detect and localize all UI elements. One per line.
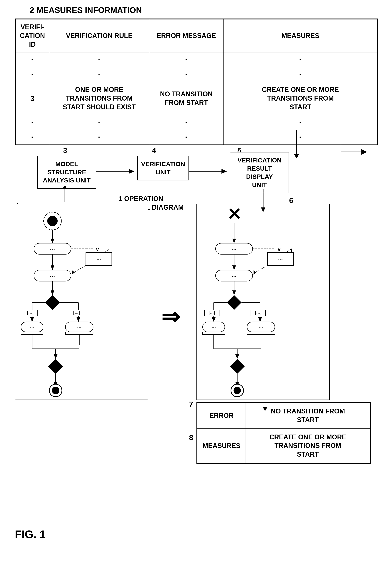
svg-rect-47: [21, 332, 43, 335]
unit3-num-label: 3: [63, 146, 67, 155]
svg-marker-85: [258, 317, 262, 322]
error-msg-3: NO TRANSITIONFROM START: [149, 82, 223, 115]
svg-marker-4: [129, 169, 134, 174]
svg-point-58: [52, 387, 59, 394]
error-message: NO TRANSITION FROMSTART: [246, 403, 370, 429]
table-row: ·: [16, 67, 49, 82]
col-header-verif-id: VERIFI-CATION ID: [16, 19, 49, 52]
table-row: ·: [223, 52, 377, 67]
svg-text:...: ...: [30, 324, 34, 329]
verification-unit: VERIFICATIONUNIT: [137, 156, 189, 180]
right-operation-diagram: ✕ ... v ... ...: [196, 204, 330, 400]
svg-text:...: ...: [77, 324, 81, 329]
unit4-num-label: 4: [152, 146, 156, 155]
table-row: ·: [223, 115, 377, 130]
svg-marker-99: [230, 359, 245, 374]
unit3-to-unit4-arrow: [96, 165, 137, 178]
svg-marker-35: [30, 317, 34, 322]
col-header-error-msg: ERROR MESSAGE: [149, 19, 223, 52]
svg-marker-80: [212, 317, 215, 322]
svg-marker-54: [48, 359, 63, 374]
svg-marker-61: [232, 239, 236, 243]
table-row: ·: [16, 52, 49, 67]
svg-text:...: ...: [96, 255, 101, 261]
svg-text:v: v: [278, 246, 281, 252]
svg-marker-70: [232, 265, 236, 270]
svg-marker-27: [72, 270, 75, 275]
svg-marker-98: [235, 354, 239, 359]
svg-text:...: ...: [212, 324, 216, 329]
svg-text:[...]: [...]: [73, 310, 80, 315]
svg-text:...: ...: [232, 245, 237, 252]
left-diagram-svg: ... v ... ...: [15, 204, 149, 401]
svg-text:[...]: [...]: [27, 310, 34, 315]
svg-rect-92: [202, 332, 225, 335]
table-row: ·: [223, 130, 377, 145]
measures-info-label: 2 MEASURES INFORMATION: [30, 6, 142, 15]
measures-3: CREATE ONE OR MORETRANSITIONS FROMSTART: [223, 82, 377, 115]
result-table-container: ERROR NO TRANSITION FROMSTART MEASURES C…: [196, 402, 371, 464]
svg-marker-32: [45, 295, 60, 310]
svg-marker-9: [294, 154, 299, 158]
table-row: ·: [49, 115, 149, 130]
table-row: ·: [49, 67, 149, 82]
svg-marker-2: [361, 149, 367, 155]
col-header-measures: MEASURES: [223, 19, 377, 52]
svg-marker-6: [222, 169, 227, 174]
svg-marker-72: [254, 270, 256, 275]
svg-rect-48: [65, 332, 93, 335]
table-row: ·: [49, 52, 149, 67]
svg-line-71: [254, 265, 267, 273]
table-row: ·: [223, 67, 377, 82]
table-row: ·: [49, 130, 149, 145]
svg-text:...: ...: [259, 324, 263, 329]
right-diagram-svg: ✕ ... v ... ...: [197, 204, 331, 401]
svg-line-26: [73, 265, 86, 273]
svg-text:...: ...: [278, 255, 283, 261]
svg-text:...: ...: [232, 272, 237, 278]
svg-marker-15: [51, 239, 54, 243]
svg-marker-76: [232, 291, 236, 295]
left-operation-diagram: ... v ... ...: [15, 204, 148, 400]
unit4-to-unit5-arrow: [189, 165, 230, 178]
svg-rect-93: [247, 332, 275, 335]
svg-point-13: [47, 216, 58, 226]
measures-table-container: VERIFI-CATION ID VERIFICATION RULE ERROR…: [15, 19, 378, 145]
right-diagram-label: 6: [289, 196, 293, 205]
svg-marker-40: [77, 317, 80, 322]
table-row: ·: [16, 115, 49, 130]
verif-rule-3: ONE OR MORETRANSITIONS FROMSTART SHOULD …: [49, 82, 149, 115]
measures-label: MEASURES: [197, 429, 246, 463]
svg-text:✕: ✕: [227, 205, 241, 223]
table-row: ·: [16, 130, 49, 145]
svg-text:[...]: [...]: [209, 310, 215, 315]
table-row: ·: [149, 67, 223, 82]
svg-point-103: [234, 387, 241, 394]
table-row: ·: [149, 130, 223, 145]
measures-message: CREATE ONE OR MORETRANSITIONS FROMSTART: [246, 429, 370, 463]
svg-marker-31: [51, 291, 54, 295]
svg-marker-25: [51, 265, 54, 270]
svg-text:v: v: [96, 246, 99, 252]
svg-text:...: ...: [50, 245, 55, 252]
num7-label: 7: [189, 400, 193, 409]
num8-label: 8: [189, 433, 193, 442]
svg-text:[...]: [...]: [255, 310, 261, 315]
verif-id-3: 3: [16, 82, 49, 115]
col-header-verif-rule: VERIFICATION RULE: [49, 19, 149, 52]
svg-marker-77: [227, 295, 241, 310]
table-row: ·: [149, 115, 223, 130]
fig-label: FIG. 1: [15, 528, 46, 541]
svg-marker-23: [104, 249, 110, 252]
table-row: ·: [149, 52, 223, 67]
big-right-arrow: ⇒: [161, 304, 180, 329]
svg-text:...: ...: [50, 272, 55, 278]
svg-marker-68: [286, 249, 292, 252]
svg-marker-53: [54, 354, 58, 359]
model-structure-analysis-unit: MODELSTRUCTUREANALYSIS UNIT: [37, 156, 96, 189]
verification-result-display-unit: VERIFICATIONRESULT DISPLAYUNIT: [230, 152, 289, 193]
error-label: ERROR: [197, 403, 246, 429]
